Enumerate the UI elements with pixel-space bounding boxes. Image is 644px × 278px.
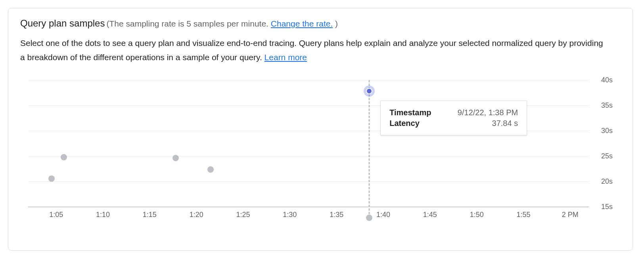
sample-dot[interactable] <box>207 166 214 173</box>
x-axis-label: 1:40 <box>376 211 390 219</box>
x-axis-label: 1:10 <box>96 211 110 219</box>
learn-more-link[interactable]: Learn more <box>264 53 307 62</box>
y-axis-label: 20s <box>601 177 613 186</box>
y-axis-label: 30s <box>601 127 613 135</box>
tooltip-latency-label: Latency <box>389 119 420 128</box>
sampling-rate-note: (The sampling rate is 5 samples per minu… <box>106 19 338 29</box>
sample-dot[interactable] <box>61 154 67 160</box>
gridline <box>28 207 589 207</box>
change-rate-link[interactable]: Change the rate. <box>271 19 333 28</box>
x-axis-label: 1:30 <box>283 211 297 219</box>
x-axis-label: 1:20 <box>190 211 203 219</box>
gridline <box>28 156 589 156</box>
tooltip-timestamp-label: Timestamp <box>389 108 431 117</box>
x-axis-label: 1:35 <box>330 211 343 219</box>
y-axis-label: 40s <box>601 76 613 84</box>
query-plan-samples-card: Query plan samples (The sampling rate is… <box>8 8 633 251</box>
tooltip-timestamp-value: 9/12/22, 1:38 PM <box>458 108 518 117</box>
x-axis-label: 1:15 <box>143 211 157 219</box>
datapoint-tooltip: Timestamp9/12/22, 1:38 PMLatency37.84 s <box>380 101 527 135</box>
x-axis-labels: 1:051:101:151:201:251:301:351:401:451:50… <box>28 211 589 223</box>
plot-area[interactable]: 15s20s25s30s35s40sTimestamp9/12/22, 1:38… <box>28 80 589 207</box>
y-axis-label: 35s <box>601 101 613 110</box>
x-axis-label: 2 PM <box>562 211 579 219</box>
x-axis-label: 1:25 <box>236 211 250 219</box>
sample-dot[interactable] <box>172 155 179 161</box>
gridline <box>28 181 589 182</box>
card-title: Query plan samples <box>20 18 105 29</box>
card-description: Select one of the dots to see a query pl… <box>20 36 607 64</box>
crosshair-line <box>369 80 370 218</box>
sample-dot[interactable] <box>48 175 55 182</box>
x-axis-label: 1:55 <box>517 211 531 219</box>
latency-chart: 15s20s25s30s35s40sTimestamp9/12/22, 1:38… <box>20 80 621 238</box>
card-header: Query plan samples (The sampling rate is… <box>20 18 621 29</box>
sample-dot-selected-inner[interactable] <box>366 88 372 94</box>
gridline <box>28 80 589 80</box>
x-axis-label: 1:05 <box>49 211 63 219</box>
x-axis-label: 1:50 <box>470 211 484 219</box>
tooltip-latency-value: 37.84 s <box>492 119 518 128</box>
y-axis-label: 15s <box>601 203 613 211</box>
x-axis-label: 1:45 <box>423 211 437 219</box>
y-axis-label: 25s <box>601 152 613 160</box>
